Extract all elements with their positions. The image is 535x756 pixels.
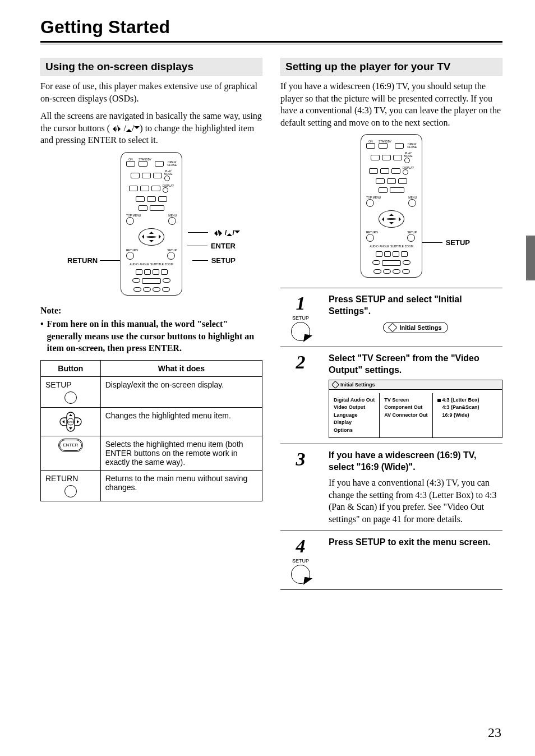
setup-button-icon [64,391,77,404]
table-row: RETURN Returns to the main menu without … [41,470,262,501]
table-col-button: Button [41,360,101,376]
remote-standby-label: STANDBY [139,158,151,161]
title-rule-thin [40,44,502,44]
step-para: If you have a conventional (4:3) TV, you… [329,477,502,525]
osd-settings-panel: Initial Settings Digital Audio Out Video… [329,380,502,439]
button-table: Button What it does SETUP Display/exit t… [40,360,262,501]
step-number: 3 [280,450,321,469]
table-row: ENTER Changes the highlighted menu item. [41,407,262,436]
callout-return-label: RETURN [67,256,98,265]
table-desc: Changes the highlighted menu item. [100,407,262,436]
selected-marker-icon [437,399,441,402]
note-bullet: • From here on in this manual, the word … [40,318,262,354]
remote-display-label: DISPLAY [163,185,174,187]
two-column-layout: Using the on-screen displays For ease of… [40,58,502,590]
bullet-dot: • [40,318,44,354]
step-2: 2 Select "TV Screen" from the "Video Out… [280,347,502,444]
svg-marker-6 [62,420,64,423]
chapter-title: Getting Started [40,17,502,40]
steps: 1 SETUP Press SETUP and select "Initial … [280,288,502,590]
step-icon-label: SETUP [280,558,321,564]
osd-col-2: TV Screen Component Out AV Connector Out [380,393,432,438]
table-desc: Selects the highlighted menu item (both … [100,436,262,470]
remote-illustration: ON STANDBY OPEN/ CLOSE PLAY MODE DISPLAY [121,152,182,296]
thumb-tab [526,236,535,280]
gear-icon [388,322,398,332]
callout-setup: SETUP [192,256,236,265]
callout-setup-right: SETUP [422,238,470,247]
remote-open-close-label: OPEN/ CLOSE [167,161,177,167]
right-column: Setting up the player for your TV If you… [280,58,502,590]
step-title: If you have a widescreen (16:9) TV, sele… [329,450,502,473]
table-desc: Display/exit the on-screen display. [100,376,262,407]
svg-text:ENTER: ENTER [67,421,75,423]
step-setup-icon [291,565,310,584]
callout-enter: ENTER [187,242,236,250]
osd-pill-label: Initial Settings [399,324,441,331]
note-heading: Note: [40,306,262,316]
callout-arrows-label: /// [211,228,240,237]
section-heading-osd: Using the on-screen displays [40,58,262,76]
remote-subtitle-label: SUBTITLE [150,263,164,266]
remote-figure-left: ON STANDBY OPEN/ CLOSE PLAY MODE DISPLAY [40,152,262,298]
cursor-arrows-glyph: /// [110,123,140,133]
title-rule-thick [40,41,502,43]
callout-enter-label: ENTER [211,242,236,250]
step-4: 4 SETUP Press SETUP to exit the menu scr… [280,531,502,590]
osd-col-3: 4:3 (Letter Box) 4:3 (Pan&Scan) 16:9 (Wi… [433,393,484,438]
left-column: Using the on-screen displays For ease of… [40,58,262,590]
dpad-button-icon: ENTER [58,411,84,432]
table-row: SETUP Display/exit the on-screen display… [41,376,262,407]
step-icon-label: SETUP [280,315,321,321]
remote-menu-label: MENU [168,214,177,217]
osd-header: Initial Settings [340,382,375,388]
step-number: 4 [280,537,321,556]
return-button-icon [64,485,77,497]
table-btn-label: SETUP [45,380,96,389]
table-col-desc: What it does [100,360,262,376]
step-setup-icon [291,322,310,341]
step-number: 2 [280,353,321,372]
remote-enter-label: ENTER [146,236,156,238]
enter-button-icon: ENTER [59,440,82,451]
remote-figure-right: ON STANDBY OPEN/ CLOSE PLAY MODE DISPLAY [280,134,502,280]
gear-icon [331,381,339,389]
osd-para-2: All the screens are navigated in basical… [40,110,262,146]
section-heading-tv: Setting up the player for your TV [280,58,502,76]
remote-setup-label: SETUP [167,249,177,252]
step-title: Select "TV Screen" from the "Video Outpu… [329,353,502,376]
osd-initial-settings-pill: Initial Settings [383,322,448,333]
remote-angle-label: ANGLE [140,263,149,266]
remote-zoom-label: ZOOM [165,263,173,266]
osd-para-1: For ease of use, this player makes exten… [40,80,262,104]
step-title: Press SETUP and select "Initial Settings… [329,294,502,317]
remote-audio-label: AUDIO [130,263,139,266]
remote-topmenu-label: TOP MENU [126,214,141,217]
remote-dpad: ENTER [139,228,164,246]
table-desc: Returns to the main menu without saving … [100,470,262,501]
step-number: 1 [280,294,321,313]
tv-para-1: If you have a widescreen (16:9) TV, you … [280,80,502,128]
callout-return: RETURN [67,256,120,265]
table-row: ENTER Selects the highlighted menu item … [41,436,262,470]
callout-arrows: /// [188,228,240,237]
note-bullet-text: From here on in this manual, the word "s… [47,318,262,354]
remote-illustration-right: ON STANDBY OPEN/ CLOSE PLAY MODE DISPLAY [361,134,422,278]
step-title: Press SETUP to exit the menu screen. [329,537,502,548]
remote-return-label: RETURN [126,249,138,252]
step-3: 3 If you have a widescreen (16:9) TV, se… [280,444,502,531]
table-btn-label: RETURN [45,474,96,483]
page-number: 23 [488,725,501,740]
callout-setup-label: SETUP [211,256,236,265]
osd-col-1: Digital Audio Out Video Output Language … [329,393,380,438]
step-1: 1 SETUP Press SETUP and select "Initial … [280,288,502,347]
remote-playmode-label: PLAY MODE [164,170,173,176]
callout-setup-right-label: SETUP [446,238,470,247]
svg-marker-7 [77,420,79,423]
